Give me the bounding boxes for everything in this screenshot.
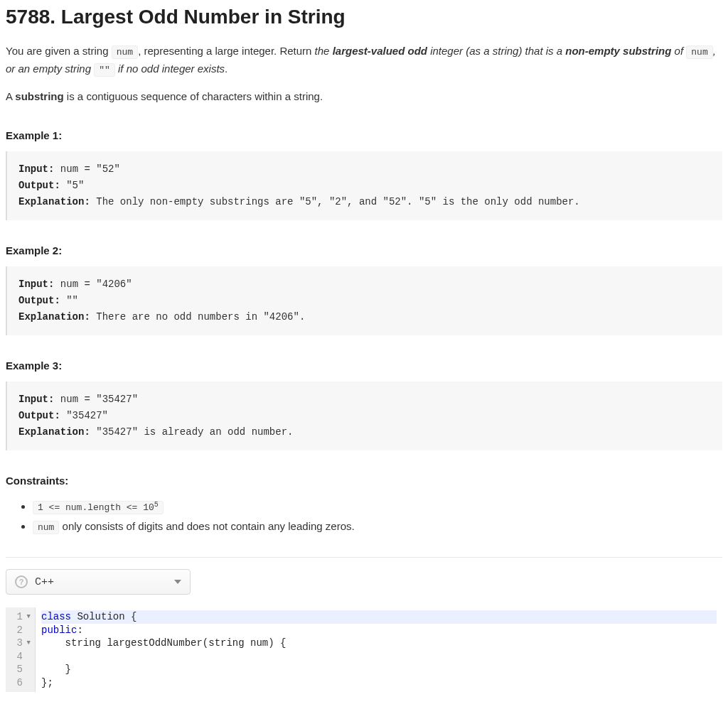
input-label: Input: (18, 163, 54, 175)
code-num: num (112, 45, 138, 59)
text: if no odd integer exists (115, 63, 225, 75)
input-value: num = "35427" (54, 394, 138, 405)
text: You are given a string (6, 45, 112, 57)
chevron-down-icon (174, 580, 181, 584)
fold-icon[interactable]: ▼ (25, 639, 31, 647)
code-line[interactable]: class Solution { (41, 610, 717, 624)
constraints-list: 1 <= num.length <= 105 num only consists… (6, 497, 722, 536)
example-2-block: Input: num = "4206" Output: "" Explanati… (6, 266, 722, 335)
text: A (6, 90, 15, 102)
text: only consists of digits and does not con… (59, 520, 354, 532)
code-text: : (77, 624, 82, 636)
desc-paragraph-2: A substring is a contiguous sequence of … (6, 88, 722, 105)
output-label: Output: (18, 295, 60, 306)
example-3-block: Input: num = "35427" Output: "35427" Exp… (6, 382, 722, 450)
code-line[interactable] (41, 650, 717, 664)
code-num: num (686, 45, 712, 59)
explanation-value: The only non-empty substrings are "5", "… (90, 196, 580, 207)
constraint-item: 1 <= num.length <= 105 (33, 497, 722, 516)
output-value: "" (60, 295, 78, 306)
code-line[interactable]: public: (41, 624, 717, 637)
editor-code-area[interactable]: class Solution { public: string largestO… (36, 607, 722, 692)
explanation-value: There are no odd numbers in "4206". (90, 311, 305, 323)
code-editor[interactable]: 1▼ 2 3▼ 4 5 6 class Solution { public: s… (6, 607, 722, 692)
constraint-code: 1 <= num.length <= 105 (33, 501, 164, 514)
line-number: 1 (17, 610, 23, 624)
superscript: 5 (154, 501, 159, 509)
code-text: } (41, 664, 71, 675)
output-value: "5" (60, 180, 85, 191)
line-number: 3 (17, 637, 23, 650)
code-line[interactable]: } (41, 663, 717, 676)
example-3-label: Example 3: (6, 359, 722, 372)
input-label: Input: (18, 278, 54, 290)
constraint-item: num only consists of digits and does not… (33, 516, 722, 536)
explanation-label: Explanation: (18, 426, 90, 438)
language-selected-label: C++ (35, 576, 54, 588)
language-toolbar: ? C++ (6, 557, 722, 595)
text: integer (as a string) that is a (427, 45, 565, 57)
keyword: public (41, 624, 77, 636)
line-number: 5 (17, 663, 23, 676)
problem-title: 5788. Largest Odd Number in String (6, 6, 722, 28)
output-value: "35427" (60, 410, 108, 421)
example-1-label: Example 1: (6, 129, 722, 141)
text-bold: non-empty substring (565, 45, 671, 57)
code-line[interactable]: }; (41, 676, 717, 690)
input-value: num = "52" (54, 163, 119, 175)
text: the (315, 45, 333, 57)
problem-description: You are given a string num, representing… (6, 43, 722, 536)
code-line[interactable]: string largestOddNumber(string num) { (41, 637, 717, 650)
example-1-block: Input: num = "52" Output: "5" Explanatio… (6, 151, 722, 220)
text-bold: substring (15, 90, 63, 102)
explanation-label: Explanation: (18, 311, 90, 323)
language-select[interactable]: ? C++ (6, 569, 191, 595)
constraints-label: Constraints: (6, 475, 722, 487)
input-label: Input: (18, 394, 54, 405)
desc-paragraph-1: You are given a string num, representing… (6, 43, 722, 78)
editor-gutter: 1▼ 2 3▼ 4 5 6 (6, 607, 36, 692)
text: is a contiguous sequence of characters w… (64, 90, 323, 102)
line-number: 2 (17, 624, 23, 637)
code-text: string largestOddNumber(string num) { (41, 637, 286, 649)
text: 1 <= num.length <= 10 (38, 502, 154, 513)
text: , representing a large integer. Return (138, 45, 314, 57)
keyword: class (41, 611, 71, 622)
explanation-value: "35427" is already an odd number. (90, 426, 294, 438)
code-text (41, 651, 89, 662)
input-value: num = "4206" (54, 278, 132, 290)
explanation-label: Explanation: (18, 196, 90, 207)
text-bold: largest-valued odd (333, 45, 427, 57)
example-2-label: Example 2: (6, 244, 722, 256)
line-number: 6 (17, 676, 23, 690)
constraint-code: num (33, 521, 59, 534)
code-text: }; (41, 677, 53, 688)
output-label: Output: (18, 180, 60, 191)
line-number: 4 (17, 650, 23, 664)
code-text: Solution { (71, 611, 136, 622)
code-empty: "" (94, 63, 115, 77)
output-label: Output: (18, 410, 60, 421)
text: of (671, 45, 686, 57)
text: . (225, 63, 228, 75)
fold-icon[interactable]: ▼ (25, 612, 31, 621)
help-icon[interactable]: ? (15, 575, 28, 588)
